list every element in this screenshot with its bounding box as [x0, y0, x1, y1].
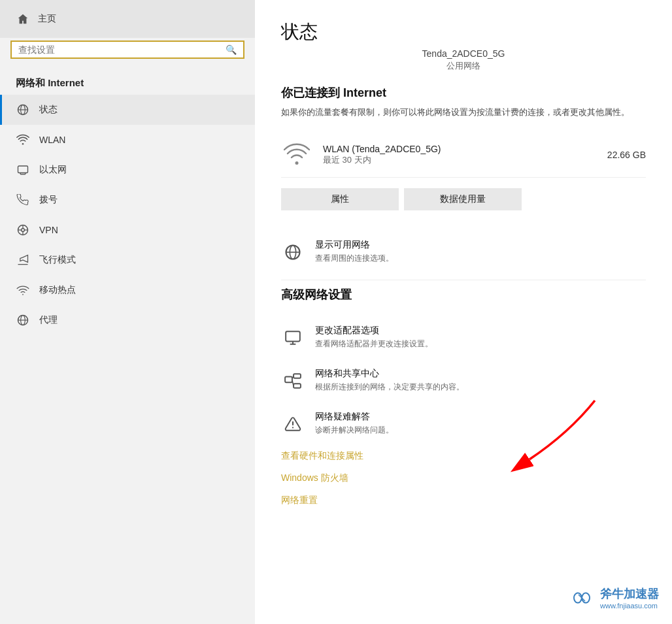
svg-rect-24	[285, 376, 292, 382]
svg-line-28	[292, 380, 294, 386]
sharing-text: 网络和共享中心 根据所连接到的网络，决定要共享的内容。	[315, 368, 464, 393]
sidebar-label-airplane: 飞行模式	[39, 254, 76, 266]
network-info-name: WLAN (Tenda_2ADCE0_5G)	[323, 144, 607, 154]
sidebar-label-proxy: 代理	[39, 314, 58, 326]
show-networks-desc: 查看周围的连接选项。	[315, 253, 394, 264]
dialup-icon	[16, 193, 30, 207]
svg-line-27	[292, 376, 294, 378]
search-icon: 🔍	[226, 44, 237, 55]
sidebar-label-vpn: VPN	[39, 225, 58, 235]
network-card: WLAN (Tenda_2ADCE0_5G) 最近 30 天内 22.66 GB	[281, 133, 646, 178]
vpn-icon	[16, 223, 30, 237]
sidebar-label-ethernet: 以太网	[39, 164, 67, 176]
firewall-link[interactable]: Windows 防火墙	[281, 467, 646, 489]
svg-point-13	[22, 294, 24, 295]
network-type: 公用网络	[281, 60, 646, 72]
proxy-icon	[16, 313, 30, 327]
sidebar-item-ethernet[interactable]: 以太网	[0, 155, 255, 185]
main-content: 状态 Tenda_2ADCE0_5G 公用网络 你已连接到 Internet 如…	[255, 0, 672, 624]
advanced-section-title: 高级网络设置	[281, 287, 646, 303]
airplane-icon	[16, 253, 30, 267]
sidebar-label-dialup: 拨号	[39, 194, 58, 206]
globe-adv-icon	[281, 240, 305, 264]
watermark-logo-icon	[569, 585, 595, 611]
troubleshoot-desc: 诊断并解决网络问题。	[315, 425, 394, 436]
hardware-link[interactable]: 查看硬件和连接属性	[281, 445, 646, 467]
sidebar-label-hotspot: 移动热点	[39, 284, 76, 296]
watermark: 斧牛加速器 www.fnjiaasu.com	[569, 585, 659, 611]
sidebar-item-status[interactable]: 状态	[0, 95, 255, 125]
sharing-title: 网络和共享中心	[315, 368, 464, 380]
adapter-desc: 查看网络适配器并更改连接设置。	[315, 338, 433, 350]
home-icon	[16, 12, 30, 26]
sidebar-item-airplane[interactable]: 飞行模式	[0, 245, 255, 275]
troubleshoot-item[interactable]: 网络疑难解答 诊断并解决网络问题。	[281, 402, 646, 445]
warning-icon	[281, 412, 305, 436]
monitor-icon	[281, 326, 305, 350]
watermark-url: www.fnjiaasu.com	[600, 602, 658, 610]
troubleshoot-title: 网络疑难解答	[315, 411, 394, 423]
properties-button[interactable]: 属性	[281, 188, 399, 210]
sidebar: 主页 🔍 网络和 Internet 状态 WLAN	[0, 0, 255, 624]
svg-point-30	[292, 427, 294, 428]
sidebar-home[interactable]: 主页	[0, 0, 255, 38]
share-icon	[281, 369, 305, 393]
troubleshoot-text: 网络疑难解答 诊断并解决网络问题。	[315, 411, 394, 436]
connected-title: 你已连接到 Internet	[281, 85, 646, 101]
adapter-text: 更改适配器选项 查看网络适配器并更改连接设置。	[315, 325, 433, 350]
network-info: WLAN (Tenda_2ADCE0_5G) 最近 30 天内	[323, 144, 607, 166]
svg-point-8	[22, 229, 25, 232]
search-box[interactable]: 🔍	[10, 41, 244, 59]
svg-rect-25	[294, 374, 301, 378]
sidebar-item-dialup[interactable]: 拨号	[0, 185, 255, 215]
svg-rect-26	[294, 384, 301, 388]
connected-desc: 如果你的流量套餐有限制，则你可以将此网络设置为按流量计费的连接，或者更改其他属性…	[281, 106, 634, 120]
adapter-item[interactable]: 更改适配器选项 查看网络适配器并更改连接设置。	[281, 316, 646, 359]
ethernet-icon	[16, 163, 30, 177]
network-name: Tenda_2ADCE0_5G	[281, 48, 646, 59]
data-usage-button[interactable]: 数据使用量	[404, 188, 522, 210]
wifi-large-icon	[281, 142, 312, 168]
sidebar-item-wlan[interactable]: WLAN	[0, 125, 255, 155]
reset-link[interactable]: 网络重置	[281, 489, 646, 512]
show-networks-text: 显示可用网络 查看周围的连接选项。	[315, 239, 394, 264]
hotspot-icon	[16, 283, 30, 297]
show-networks-title: 显示可用网络	[315, 239, 394, 251]
search-input[interactable]	[18, 44, 226, 55]
home-label: 主页	[38, 13, 56, 25]
wifi-icon	[16, 133, 30, 147]
show-networks-item[interactable]: 显示可用网络 查看周围的连接选项。	[281, 230, 646, 273]
sidebar-item-vpn[interactable]: VPN	[0, 215, 255, 245]
button-row: 属性 数据使用量	[281, 188, 646, 210]
sharing-item[interactable]: 网络和共享中心 根据所连接到的网络，决定要共享的内容。	[281, 359, 646, 402]
svg-rect-3	[18, 166, 28, 173]
sidebar-label-status: 状态	[39, 104, 58, 116]
divider-1	[281, 280, 646, 280]
globe-icon	[16, 103, 30, 117]
adapter-title: 更改适配器选项	[315, 325, 433, 337]
network-info-sub: 最近 30 天内	[323, 154, 607, 166]
sidebar-label-wlan: WLAN	[39, 135, 65, 145]
sidebar-item-proxy[interactable]: 代理	[0, 305, 255, 335]
watermark-name: 斧牛加速器	[600, 586, 659, 602]
sharing-desc: 根据所连接到的网络，决定要共享的内容。	[315, 382, 464, 393]
network-data: 22.66 GB	[607, 150, 646, 160]
svg-rect-21	[286, 331, 300, 341]
sidebar-section-title: 网络和 Internet	[0, 69, 255, 95]
watermark-text: 斧牛加速器 www.fnjiaasu.com	[600, 586, 659, 610]
page-title: 状态	[281, 20, 646, 44]
sidebar-item-hotspot[interactable]: 移动热点	[0, 275, 255, 305]
